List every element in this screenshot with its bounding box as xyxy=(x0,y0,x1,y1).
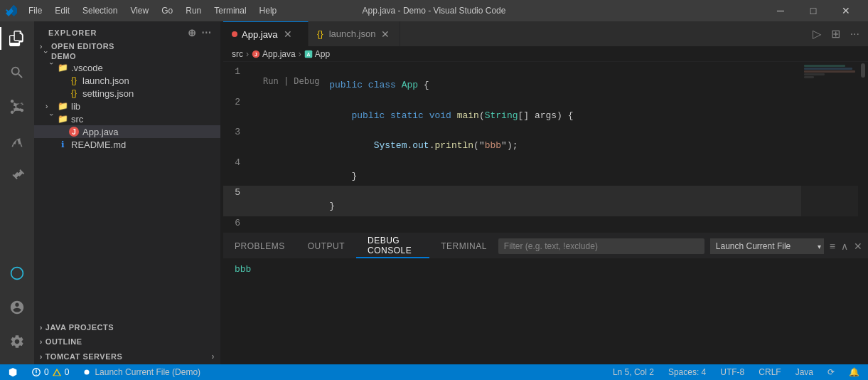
demo-section-label: DEMO xyxy=(51,52,76,60)
java-projects-header[interactable]: › JAVA PROJECTS xyxy=(34,320,220,334)
run-button[interactable]: ▷ xyxy=(810,26,824,42)
menu-help[interactable]: Help xyxy=(254,4,283,17)
sidebar-empty-space xyxy=(34,151,220,208)
new-file-icon[interactable]: ⊕ xyxy=(188,27,197,38)
code-line-2: 2 public static void main(String[] args)… xyxy=(223,95,868,126)
readme-item[interactable]: ℹ README.md xyxy=(34,138,220,151)
panel-tab-problems[interactable]: PROBLEMS xyxy=(223,233,296,258)
collapse-all-icon[interactable]: ⋯ xyxy=(201,27,212,38)
demo-section[interactable]: › DEMO xyxy=(34,51,220,61)
status-bell[interactable]: 🔔 xyxy=(846,364,862,380)
activity-explorer[interactable] xyxy=(0,21,34,56)
tab-launch-json-close[interactable]: ✕ xyxy=(380,28,391,40)
breadcrumb-class[interactable]: A App xyxy=(304,49,330,59)
panel-dropdown-wrapper: Launch Current File ▾ xyxy=(710,238,824,254)
panel-close-icon[interactable]: ✕ xyxy=(854,241,862,252)
java-projects-section: › JAVA PROJECTS xyxy=(34,320,220,334)
more-actions-button[interactable]: ··· xyxy=(847,26,862,42)
code-line-5: 5 } xyxy=(223,186,868,216)
svg-text:J: J xyxy=(254,52,257,57)
status-debug[interactable]: Launch Current File (Demo) xyxy=(79,364,203,380)
menu-edit[interactable]: Edit xyxy=(49,4,75,17)
tomcat-expand-icon[interactable]: › xyxy=(212,352,215,361)
menu-run[interactable]: Run xyxy=(180,4,207,17)
tab-app-java[interactable]: App.java ✕ xyxy=(223,21,309,46)
error-icon xyxy=(31,367,41,377)
java-projects-label: JAVA PROJECTS xyxy=(45,323,114,332)
status-line-ending[interactable]: CRLF xyxy=(756,364,783,380)
open-editors-arrow: › xyxy=(40,43,51,51)
sidebar-title: EXPLORER ⊕ ⋯ xyxy=(34,21,220,41)
lib-folder-item[interactable]: › 📁 lib xyxy=(34,100,220,112)
code-lines: 1 public class App { Run | Debug 2 publ xyxy=(223,62,868,233)
activity-source-control[interactable] xyxy=(0,90,34,124)
tomcat-header-left: › TOMCAT SERVERS xyxy=(40,352,122,361)
main-container: EXPLORER ⊕ ⋯ › OPEN EDITORS › DEMO › 📁 .… xyxy=(0,21,868,364)
tomcat-servers-header[interactable]: › TOMCAT SERVERS › xyxy=(34,349,220,364)
activity-search[interactable] xyxy=(0,56,34,90)
status-bar: 0 0 Launch Current File (Demo) Ln 5, Col… xyxy=(0,364,868,380)
language-mode: Java xyxy=(795,367,813,377)
status-remote[interactable] xyxy=(6,364,21,380)
panel-tab-debug-console[interactable]: DEBUG CONSOLE xyxy=(356,233,429,258)
warning-count: 0 xyxy=(65,367,70,377)
java-projects-arrow: › xyxy=(40,324,43,332)
vscode-folder-item[interactable]: › 📁 .vscode xyxy=(34,61,220,74)
minimap-line-2 xyxy=(804,68,852,70)
minimize-button[interactable]: ─ xyxy=(764,0,797,21)
outline-header[interactable]: › OUTLINE xyxy=(34,334,220,349)
src-folder-item[interactable]: › 📁 src xyxy=(34,112,220,125)
sync-icon: ⟳ xyxy=(827,367,835,377)
minimap-line-4 xyxy=(804,73,825,75)
sidebar: EXPLORER ⊕ ⋯ › OPEN EDITORS › DEMO › 📁 .… xyxy=(34,21,220,364)
split-editor-button[interactable]: ⊞ xyxy=(828,26,843,42)
tab-launch-json[interactable]: {} launch.json ✕ xyxy=(309,21,400,46)
tab-app-java-close[interactable]: ✕ xyxy=(282,28,294,40)
status-sync[interactable]: ⟳ xyxy=(825,364,837,380)
panel-tab-terminal[interactable]: TERMINAL xyxy=(429,233,498,258)
activity-run-debug[interactable] xyxy=(0,124,34,158)
status-position[interactable]: Ln 5, Col 2 xyxy=(610,364,657,380)
activity-settings[interactable] xyxy=(0,324,34,359)
menu-terminal[interactable]: Terminal xyxy=(208,4,252,17)
panel-filter-input[interactable] xyxy=(498,238,704,254)
breadcrumb-sep-2: › xyxy=(299,49,301,59)
close-button[interactable]: ✕ xyxy=(830,0,862,21)
file-encoding: UTF-8 xyxy=(720,367,744,377)
debug-status-icon xyxy=(82,367,92,377)
tab-modified-dot xyxy=(232,31,237,37)
status-language[interactable]: Java xyxy=(793,364,816,380)
code-line-4: 4 } xyxy=(223,156,868,186)
json-icon: {} xyxy=(68,75,80,86)
vscode-folder-label: .vscode xyxy=(71,63,103,73)
panel-tab-output[interactable]: OUTPUT xyxy=(296,233,356,258)
status-encoding[interactable]: UTF-8 xyxy=(717,364,747,380)
source-control-icon xyxy=(9,99,25,115)
open-editors-section[interactable]: › OPEN EDITORS xyxy=(34,41,220,51)
code-editor[interactable]: 1 public class App { Run | Debug 2 publ xyxy=(223,62,868,233)
vscode-folder-arrow: › xyxy=(48,62,55,73)
menu-view[interactable]: View xyxy=(124,4,154,17)
panel-dropdown[interactable]: Launch Current File xyxy=(710,238,824,254)
menu-file[interactable]: File xyxy=(23,4,48,17)
menu-go[interactable]: Go xyxy=(156,4,178,17)
app-java-item[interactable]: J App.java xyxy=(34,125,220,138)
settings-json-item[interactable]: {} settings.json xyxy=(34,87,220,100)
breadcrumb-src[interactable]: src xyxy=(232,49,243,59)
status-spaces[interactable]: Spaces: 4 xyxy=(665,364,709,380)
maximize-button[interactable]: □ xyxy=(797,0,830,21)
activity-remote[interactable] xyxy=(0,256,34,290)
status-errors[interactable]: 0 0 xyxy=(28,364,72,380)
activity-account[interactable] xyxy=(0,290,34,324)
lib-folder-icon: 📁 xyxy=(57,100,68,112)
breadcrumb-file[interactable]: J App.java xyxy=(252,49,296,59)
launch-json-item[interactable]: {} launch.json xyxy=(34,74,220,87)
editor-scrollbar[interactable] xyxy=(858,62,868,233)
menu-selection[interactable]: Selection xyxy=(77,4,123,17)
run-debug-hint[interactable]: Run | Debug xyxy=(263,76,319,86)
tomcat-arrow: › xyxy=(40,353,43,361)
tab-bar-actions: ▷ ⊞ ··· xyxy=(810,21,868,46)
panel-scroll-up-icon[interactable]: ∧ xyxy=(841,241,848,252)
panel-list-icon[interactable]: ≡ xyxy=(830,241,835,252)
activity-extensions[interactable] xyxy=(0,158,34,192)
